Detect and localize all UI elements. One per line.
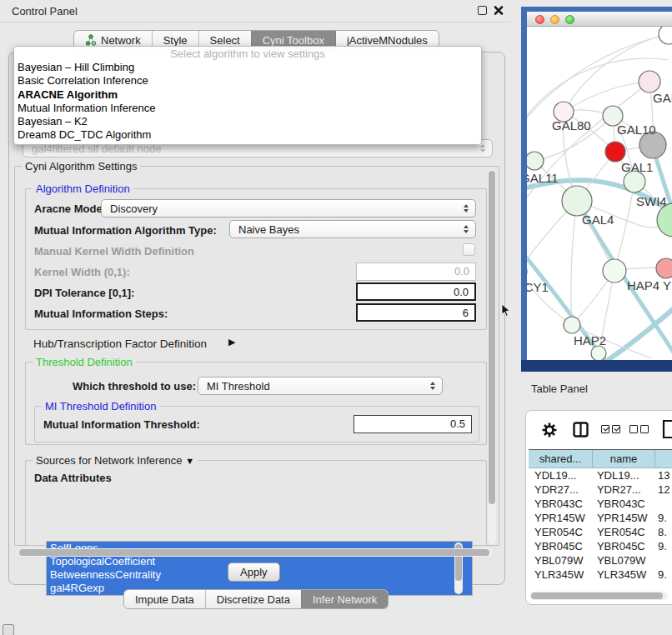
zoom-traffic-icon[interactable] — [565, 15, 574, 24]
table-row[interactable]: YBR045CYBR045C9. — [529, 539, 672, 553]
table-cell: YPR145W — [529, 511, 591, 525]
column-header-name[interactable]: name — [593, 450, 655, 468]
table-cell: YIL053C — [529, 582, 591, 585]
node-label: GAL10 — [617, 122, 656, 137]
network-node[interactable] — [591, 346, 606, 360]
table-cell: 12 — [652, 482, 672, 497]
network-node-y[interactable] — [656, 258, 672, 278]
aracne-mode-label: Aracne Mode: — [34, 202, 106, 215]
tab-label: Infer Network — [313, 593, 377, 606]
node-label: GAL1 — [621, 160, 653, 174]
table-row[interactable]: YPR145WYPR145W9. — [529, 511, 672, 525]
algorithm-definition-group: Algorithm Definition Aracne Mode: Discov… — [25, 188, 487, 330]
network-node-gal4[interactable] — [562, 186, 592, 216]
close-icon[interactable] — [494, 5, 504, 16]
table-header-row: shared...name — [529, 449, 672, 468]
select-all-icon[interactable] — [601, 425, 620, 433]
table-cell: 9. — [652, 539, 672, 553]
new-table-icon[interactable] — [662, 419, 672, 439]
threshold-definition-group: Threshold Definition Which threshold to … — [25, 362, 487, 445]
table-cell: YPR145W — [591, 511, 652, 525]
table-cell — [652, 553, 672, 568]
mouse-cursor — [501, 303, 512, 318]
node-label: GAL — [653, 91, 672, 105]
table-row[interactable]: YLR345WYLR345W9. — [529, 568, 672, 582]
expanded-arrow-icon[interactable]: ▼ — [185, 456, 194, 466]
settings-vertical-scrollbar[interactable] — [488, 169, 496, 544]
table-row[interactable]: YIL053CYIL053C9. — [529, 582, 672, 585]
tab-label: Style — [163, 34, 188, 47]
combo-arrows-icon — [464, 204, 469, 212]
dock-icon[interactable] — [3, 624, 14, 635]
column-header-3[interactable] — [655, 450, 672, 468]
mi-threshold-definition-title: MI Threshold Definition — [42, 400, 159, 412]
sources-title: Sources for Network Inference ▼ — [33, 454, 198, 467]
table-cell: YER054C — [591, 525, 652, 539]
close-traffic-icon[interactable] — [535, 15, 544, 24]
table-cell: 9. — [652, 568, 672, 582]
table-cell: YBR045C — [591, 539, 652, 553]
algorithm-option-dream8-dc-tdc-algorithm[interactable]: Dream8 DC_TDC Algorithm — [14, 128, 481, 142]
table-row[interactable]: YDR27...YDR27...12 — [529, 482, 672, 497]
mi-type-label: Mutual Information Algorithm Type: — [34, 224, 217, 237]
aracne-mode-combo[interactable]: Discovery — [101, 199, 476, 218]
which-threshold-value: MI Threshold — [207, 380, 270, 392]
column-header-shared[interactable]: shared... — [529, 450, 593, 468]
settings-horizontal-scrollbar[interactable] — [18, 548, 493, 557]
which-threshold-combo[interactable]: MI Threshold — [198, 377, 443, 395]
mi-steps-field[interactable]: 6 — [356, 303, 476, 322]
manual-kernel-checkbox[interactable] — [463, 243, 475, 256]
bottom-tab-infer-network[interactable]: Infer Network — [301, 590, 388, 608]
gear-icon[interactable] — [541, 422, 558, 438]
collapsed-arrow-icon[interactable]: ▶ — [228, 337, 235, 348]
network-node[interactable] — [659, 27, 672, 44]
table-cell: YIL053C — [591, 582, 652, 585]
algorithm-option-aracne-algorithm[interactable]: ARACNE Algorithm — [14, 88, 481, 102]
network-node-gal[interactable] — [639, 71, 660, 92]
split-columns-icon[interactable] — [573, 422, 589, 438]
table-row[interactable]: YBR043CYBR043C — [529, 497, 672, 511]
mi-type-combo[interactable]: Naive Bayes — [229, 220, 476, 238]
kernel-width-field[interactable]: 0.0 — [356, 262, 476, 281]
bottom-tab-discretize-data[interactable]: Discretize Data — [205, 590, 301, 608]
algorithm-option-basic-correlation-inference[interactable]: Basic Correlation Inference — [14, 74, 481, 88]
table-cell: 9. — [652, 511, 672, 525]
dpi-tolerance-field[interactable]: 0.0 — [356, 282, 476, 301]
popup-placeholder: Select algorithm to view settings — [14, 47, 481, 61]
threshold-definition-title: Threshold Definition — [33, 356, 136, 368]
node-label: HAP2 — [574, 333, 606, 348]
table-row[interactable]: YER054CYER054C8. — [529, 525, 672, 539]
minimize-traffic-icon[interactable] — [550, 15, 559, 24]
mi-threshold-field[interactable]: 0.5 — [354, 415, 472, 433]
apply-button[interactable]: Apply — [228, 562, 280, 582]
bottom-tab-impute-data[interactable]: Impute Data — [124, 590, 205, 608]
network-node[interactable] — [657, 203, 672, 237]
table-horizontal-scrollbar[interactable] — [529, 592, 668, 600]
hub-section-label[interactable]: Hub/Transcription Factor Definition — [33, 338, 207, 350]
mi-threshold-definition-group: MI Threshold Definition Mutual Informati… — [34, 406, 479, 442]
deselect-all-icon[interactable] — [629, 425, 649, 433]
node-label: HAP4 — [627, 278, 659, 292]
table-row[interactable]: YDL19...YDL19...13 — [529, 468, 672, 482]
network-canvas[interactable]: GALGAL80GAL10GAL1GAL11SWI4GAL4GCY1HAP4YH… — [527, 27, 672, 360]
network-node-gal1[interactable] — [605, 142, 625, 162]
table-cell: YBR045C — [529, 539, 591, 553]
settings-group-title: Cyni Algorithm Settings — [22, 160, 140, 172]
network-node-hap2[interactable] — [564, 317, 580, 333]
combo-arrows-icon — [464, 225, 469, 233]
network-window-titlebar[interactable] — [527, 12, 672, 27]
network-icon — [85, 34, 97, 46]
algorithm-option-bayesian-hill-climbing[interactable]: Bayesian – Hill Climbing — [14, 61, 481, 74]
network-node-hap4[interactable] — [603, 259, 626, 282]
table-cell: YDR27... — [591, 482, 652, 497]
node-label: GCY1 — [527, 280, 549, 294]
float-icon[interactable] — [478, 6, 487, 15]
network-node-gal11[interactable] — [527, 152, 544, 170]
mi-type-value: Naive Bayes — [238, 223, 299, 236]
table-row[interactable]: YBL079WYBL079W — [529, 553, 672, 568]
algorithm-option-bayesian-k2[interactable]: Bayesian – K2 — [14, 115, 481, 128]
algorithm-option-mutual-information-inference[interactable]: Mutual Information Inference — [14, 102, 481, 115]
node-label: Y — [663, 278, 671, 292]
table-cell: 8. — [652, 525, 672, 539]
table-body: YDL19...YDL19...13YDR27...YDR27...12YBR0… — [529, 468, 672, 585]
